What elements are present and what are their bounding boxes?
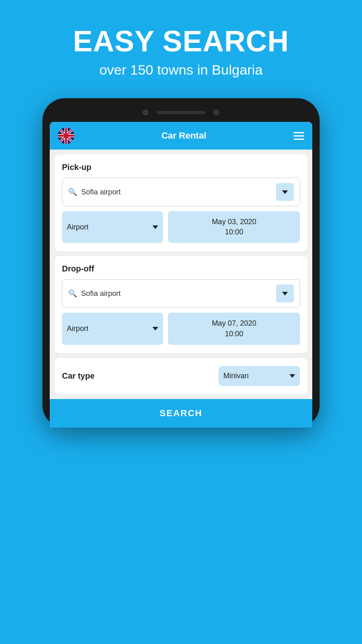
phone-frame: Car Rental Pick-up 🔍 Sofia airport bbox=[42, 98, 320, 428]
dropoff-location-chevron-icon bbox=[282, 292, 288, 296]
pickup-location-dropdown-button[interactable] bbox=[276, 183, 294, 201]
uk-flag-svg bbox=[58, 128, 74, 144]
dropoff-search-icon: 🔍 bbox=[68, 289, 77, 298]
hero-title: EASY SEARCH bbox=[73, 24, 289, 58]
app-header: Car Rental bbox=[50, 122, 312, 150]
phone-top-bar bbox=[50, 106, 312, 122]
phone-camera bbox=[143, 110, 148, 115]
pickup-date-value: May 03, 202010:00 bbox=[212, 217, 256, 237]
hamburger-line-1 bbox=[294, 132, 304, 133]
form-content: Pick-up 🔍 Sofia airport Airport May 03, … bbox=[50, 150, 312, 399]
pickup-card: Pick-up 🔍 Sofia airport Airport May 03, … bbox=[55, 154, 307, 251]
car-type-row: Car type Minivan bbox=[62, 366, 300, 386]
phone-speaker bbox=[157, 111, 205, 114]
pickup-type-value: Airport bbox=[67, 223, 88, 232]
hamburger-line-3 bbox=[294, 139, 304, 140]
dropoff-location-field[interactable]: 🔍 Sofia airport bbox=[62, 279, 300, 308]
pickup-type-chevron-icon bbox=[152, 225, 158, 229]
phone-screen: Car Rental Pick-up 🔍 Sofia airport bbox=[50, 122, 312, 428]
dropoff-type-value: Airport bbox=[67, 324, 88, 333]
search-button[interactable]: SEARCH bbox=[50, 399, 312, 428]
dropoff-date-value: May 07, 202010:00 bbox=[212, 318, 256, 339]
hamburger-menu-button[interactable] bbox=[294, 132, 304, 140]
hero-section: EASY SEARCH over 150 towns in Bulgaria bbox=[0, 0, 362, 90]
dropoff-type-button[interactable]: Airport bbox=[62, 313, 163, 344]
car-type-value: Minivan bbox=[223, 372, 249, 380]
car-type-button[interactable]: Minivan bbox=[219, 366, 300, 386]
pickup-search-icon: 🔍 bbox=[68, 187, 77, 196]
dropoff-card: Drop-off 🔍 Sofia airport Airport May 07,… bbox=[55, 256, 307, 353]
pickup-label: Pick-up bbox=[62, 163, 300, 172]
pickup-location-value: Sofia airport bbox=[81, 188, 272, 196]
flag-icon[interactable] bbox=[58, 128, 74, 144]
pickup-type-button[interactable]: Airport bbox=[62, 211, 163, 243]
app-title: Car Rental bbox=[161, 130, 206, 141]
dropoff-location-value: Sofia airport bbox=[81, 289, 272, 298]
car-type-chevron-icon bbox=[289, 374, 295, 378]
pickup-location-field[interactable]: 🔍 Sofia airport bbox=[62, 178, 300, 206]
car-type-card: Car type Minivan bbox=[55, 358, 307, 394]
pickup-location-chevron-icon bbox=[282, 190, 288, 194]
hamburger-line-2 bbox=[294, 135, 304, 137]
dropoff-type-chevron-icon bbox=[152, 327, 158, 331]
dropoff-row-controls: Airport May 07, 202010:00 bbox=[62, 313, 300, 344]
pickup-row-controls: Airport May 03, 202010:00 bbox=[62, 211, 300, 243]
car-type-label: Car type bbox=[62, 371, 95, 381]
hero-subtitle: over 150 towns in Bulgaria bbox=[99, 62, 263, 78]
dropoff-location-dropdown-button[interactable] bbox=[276, 285, 294, 302]
pickup-date-button[interactable]: May 03, 202010:00 bbox=[168, 211, 300, 243]
dropoff-label: Drop-off bbox=[62, 264, 300, 273]
phone-camera-2 bbox=[214, 110, 219, 115]
dropoff-date-button[interactable]: May 07, 202010:00 bbox=[168, 313, 300, 344]
